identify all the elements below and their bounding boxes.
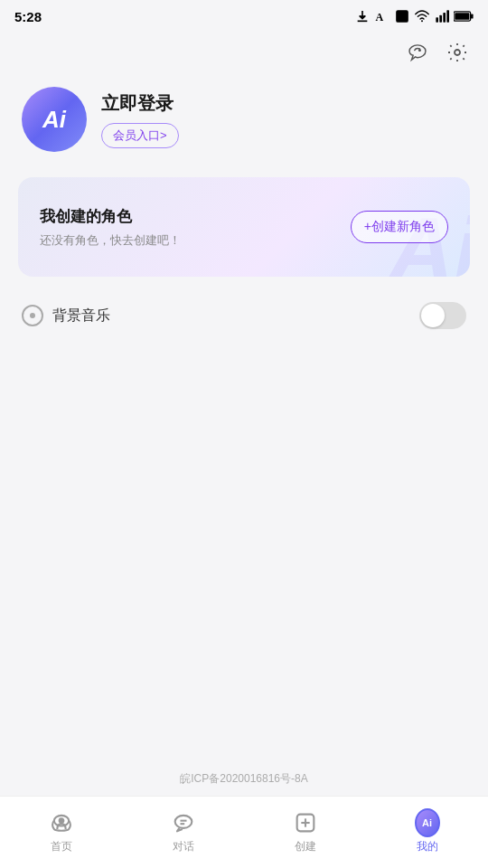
nav-item-create[interactable]: 创建 [269,803,342,862]
roles-card: 我创建的角色 还没有角色，快去创建吧！ Ai +创建新角色 [18,177,470,277]
svg-rect-6 [446,10,449,22]
nav-label-mine: 我的 [417,839,438,854]
music-label: 背景音乐 [52,307,110,326]
status-time: 5:28 [14,9,42,24]
download-icon [355,9,370,24]
screen-icon [395,9,409,24]
avatar[interactable]: Ai [22,87,87,152]
setting-row-left: 背景音乐 [22,305,110,326]
nav-label-create: 创建 [295,839,316,854]
svg-rect-5 [443,13,446,23]
nav-label-chat: 对话 [173,839,194,854]
music-icon [22,305,43,326]
status-bar: 5:28 A [0,0,488,33]
svg-text:A: A [376,11,384,24]
nav-label-home: 首页 [51,839,72,854]
svg-rect-9 [455,13,469,20]
nav-icon-mine: Ai [415,810,440,835]
setting-row-music: 背景音乐 [0,288,488,344]
svg-point-14 [174,816,192,828]
footer-icp: 皖ICP备2020016816号-8A [0,771,488,787]
avatar-text: Ai [42,106,66,134]
svg-rect-3 [436,17,438,22]
svg-point-10 [419,50,421,52]
signal-icon [435,9,449,24]
svg-rect-1 [397,11,408,22]
music-toggle[interactable] [419,302,466,329]
svg-point-2 [421,20,423,22]
profile-name: 立即登录 [101,91,179,116]
create-role-btn[interactable]: +创建新角色 [351,211,448,243]
membership-btn[interactable]: 会员入口> [101,123,179,148]
nav-icon-home [49,810,74,835]
roles-card-content: 我创建的角色 还没有角色，快去创建吧！ [40,206,181,249]
nav-item-mine[interactable]: Ai 我的 [391,803,464,862]
profile-section: Ai 立即登录 会员入口> [0,72,488,166]
text-icon: A [374,9,390,24]
wifi-icon [414,9,430,24]
settings-icon-btn[interactable] [445,40,470,65]
svg-point-13 [59,818,63,823]
roles-card-title: 我创建的角色 [40,206,181,227]
svg-rect-4 [439,15,442,23]
nav-avatar-text: Ai [422,817,432,828]
nav-item-home[interactable]: 首页 [25,803,98,862]
profile-info: 立即登录 会员入口> [101,91,179,148]
roles-card-subtitle: 还没有角色，快去创建吧！ [40,232,181,249]
nav-icon-create [293,810,318,835]
header [0,33,488,72]
dove-icon-btn[interactable] [405,40,430,65]
nav-item-chat[interactable]: 对话 [147,803,220,862]
battery-icon [454,10,474,23]
svg-point-11 [455,50,460,55]
svg-rect-8 [471,14,474,18]
status-icons: A [355,9,474,24]
nav-avatar-circle: Ai [415,808,440,837]
bottom-nav: 首页 对话 创建 Ai 我的 [0,796,488,868]
nav-icon-chat [171,810,196,835]
